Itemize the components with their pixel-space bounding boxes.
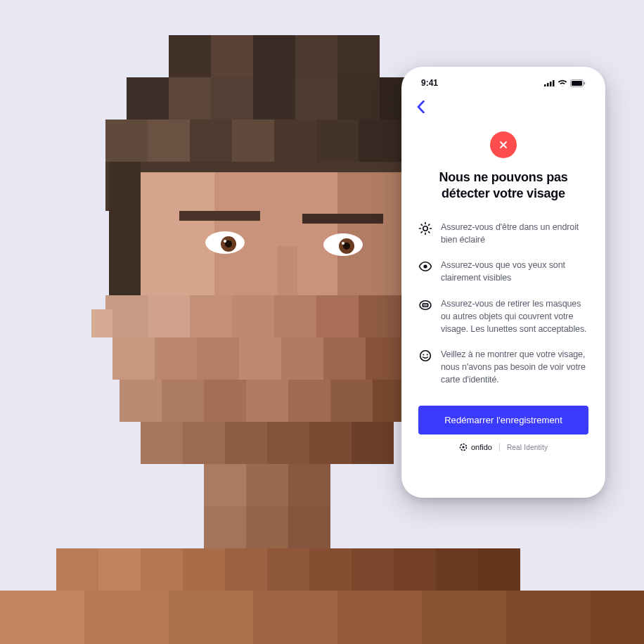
svg-rect-67: [352, 422, 394, 464]
restart-recording-button[interactable]: Redémarrer l'enregistrement: [418, 406, 588, 434]
svg-rect-18: [316, 120, 359, 162]
svg-rect-86: [0, 591, 84, 644]
error-content: Nous ne pouvons pas détecter votre visag…: [411, 119, 595, 488]
svg-rect-25: [109, 162, 141, 302]
svg-rect-8: [211, 77, 253, 120]
svg-rect-97: [553, 80, 555, 86]
svg-rect-51: [281, 337, 323, 380]
svg-point-117: [427, 354, 428, 355]
svg-rect-49: [197, 337, 239, 380]
svg-rect-6: [127, 77, 169, 120]
svg-rect-75: [98, 548, 141, 591]
svg-rect-81: [352, 548, 394, 591]
error-title: Nous ne pouvons pas détecter votre visag…: [418, 169, 588, 201]
svg-rect-48: [155, 337, 197, 380]
svg-rect-84: [478, 548, 520, 591]
tip-eyes: Assurez-vous que vos yeux sont clairemen…: [418, 259, 588, 284]
svg-rect-37: [278, 246, 297, 295]
close-icon: [498, 140, 508, 150]
svg-rect-73: [288, 506, 330, 548]
status-indicators: [544, 79, 586, 87]
svg-rect-112: [423, 303, 429, 307]
svg-line-109: [429, 224, 430, 225]
tip-face-only: Veillez à ne montrer que votre visage, n…: [418, 348, 588, 386]
tip-text: Veillez à ne montrer que votre visage, n…: [441, 348, 588, 386]
tip-text: Assurez-vous d'être dans un endroit bien…: [441, 221, 588, 246]
tip-text: Assurez-vous que vos yeux sont clairemen…: [441, 259, 588, 284]
face-icon: [418, 349, 432, 363]
svg-rect-44: [359, 295, 401, 337]
cellular-icon: [544, 79, 555, 86]
brand-tagline: Real Identity: [507, 444, 548, 451]
svg-rect-41: [232, 295, 274, 337]
svg-point-115: [420, 351, 431, 361]
brand-divider: [499, 443, 500, 451]
svg-rect-87: [84, 591, 169, 644]
svg-rect-52: [323, 337, 366, 380]
svg-rect-90: [337, 591, 422, 644]
svg-rect-65: [267, 422, 309, 464]
svg-rect-16: [232, 120, 274, 162]
svg-rect-58: [246, 380, 288, 422]
tips-list: Assurez-vous d'être dans un endroit bien…: [418, 221, 588, 386]
wifi-icon: [558, 79, 567, 86]
svg-rect-13: [105, 120, 148, 162]
svg-rect-62: [141, 422, 183, 464]
svg-rect-1: [169, 35, 211, 77]
svg-rect-74: [56, 548, 98, 591]
svg-rect-39: [148, 295, 190, 337]
svg-rect-23: [130, 172, 214, 306]
svg-rect-56: [162, 380, 204, 422]
error-badge: [490, 131, 517, 158]
svg-rect-72: [246, 506, 288, 548]
back-button[interactable]: [414, 98, 427, 119]
svg-rect-5: [337, 35, 380, 77]
svg-rect-100: [584, 82, 586, 84]
svg-rect-55: [120, 380, 162, 422]
svg-rect-40: [190, 295, 232, 337]
svg-point-101: [423, 226, 427, 231]
svg-rect-70: [288, 464, 330, 506]
svg-rect-71: [204, 506, 246, 548]
svg-rect-47: [112, 337, 155, 380]
brand-footer: onfido Real Identity: [459, 443, 548, 451]
svg-rect-82: [394, 548, 436, 591]
tip-text: Assurez-vous de retirer les masques ou a…: [441, 297, 588, 335]
svg-rect-64: [225, 422, 267, 464]
svg-rect-78: [225, 548, 267, 591]
svg-rect-59: [288, 380, 330, 422]
svg-rect-11: [337, 77, 380, 120]
svg-line-107: [429, 232, 430, 233]
sun-icon: [418, 221, 432, 236]
mobile-device-mockup: 9:41 Nous ne pouvons pas détecter votre …: [401, 67, 605, 498]
svg-rect-77: [183, 548, 225, 591]
svg-rect-7: [169, 77, 211, 120]
svg-rect-50: [239, 337, 281, 380]
svg-rect-10: [295, 77, 337, 120]
svg-rect-99: [572, 81, 582, 86]
svg-rect-93: [591, 591, 644, 644]
svg-rect-15: [190, 120, 232, 162]
brand-name: onfido: [471, 443, 492, 451]
svg-rect-76: [141, 548, 183, 591]
svg-rect-28: [302, 214, 383, 224]
mask-icon: [418, 298, 432, 312]
svg-rect-60: [330, 380, 373, 422]
svg-rect-89: [253, 591, 337, 644]
svg-rect-69: [246, 464, 288, 506]
svg-point-36: [342, 242, 344, 245]
svg-rect-63: [183, 422, 225, 464]
svg-rect-88: [169, 591, 253, 644]
svg-rect-92: [506, 591, 591, 644]
status-time: 9:41: [421, 78, 438, 88]
svg-rect-9: [253, 77, 295, 120]
svg-rect-14: [148, 120, 190, 162]
svg-rect-68: [204, 464, 246, 506]
svg-point-119: [462, 446, 464, 449]
eye-icon: [418, 259, 432, 273]
svg-point-110: [423, 265, 427, 269]
svg-rect-3: [253, 35, 295, 77]
svg-rect-43: [316, 295, 359, 337]
svg-rect-95: [547, 83, 549, 86]
svg-rect-19: [359, 120, 401, 162]
